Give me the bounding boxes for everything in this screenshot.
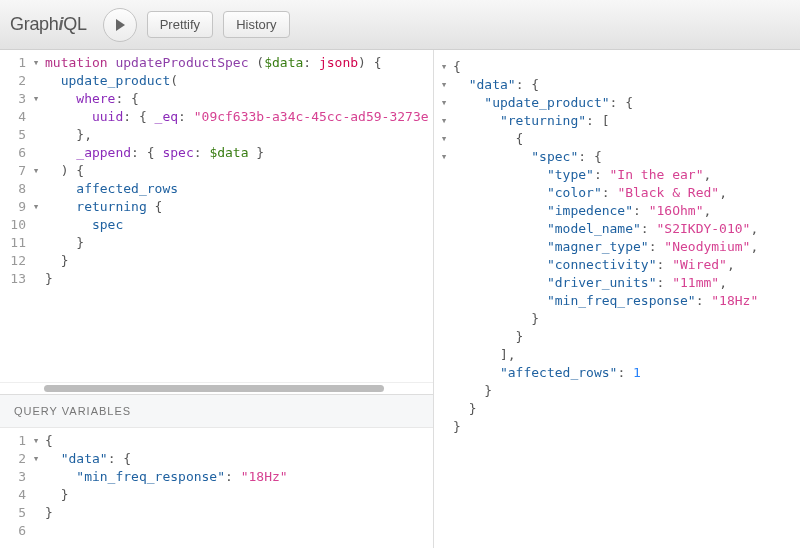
result-line: ▾ "data": { [438,76,800,94]
line-number: 12 [0,252,30,270]
code-line: 2 update_product( [0,72,433,90]
code-text: }, [42,126,433,144]
prettify-button[interactable]: Prettify [147,11,213,38]
line-number: 8 [0,180,30,198]
fold-caret-icon [438,328,450,346]
result-line: "affected_rows": 1 [438,364,800,382]
code-line: 3▾ where: { [0,90,433,108]
fold-caret-icon[interactable]: ▾ [438,94,450,112]
result-line: "min_freq_response": "18Hz" [438,292,800,310]
result-line: ▾{ [438,58,800,76]
result-line: } [438,310,800,328]
code-line: 7▾ ) { [0,162,433,180]
history-button[interactable]: History [223,11,289,38]
result-text: "spec": { [450,148,602,166]
line-number: 3 [0,90,30,108]
line-number: 1 [0,432,30,450]
code-line: 1▾mutation updateProductSpec ($data: jso… [0,54,433,72]
variables-header[interactable]: Query Variables [0,395,433,428]
fold-caret-icon[interactable]: ▾ [438,76,450,94]
query-editor[interactable]: 1▾mutation updateProductSpec ($data: jso… [0,50,433,382]
result-line: "driver_units": "11mm", [438,274,800,292]
code-line: 6 [0,522,433,540]
fold-caret-icon [438,220,450,238]
code-line: 2▾ "data": { [0,450,433,468]
code-text: spec [42,216,433,234]
result-panel: ▾{▾ "data": {▾ "update_product": {▾ "ret… [434,50,800,548]
line-number: 13 [0,270,30,288]
main-area: 1▾mutation updateProductSpec ($data: jso… [0,50,800,548]
fold-caret-icon[interactable]: ▾ [30,198,42,216]
result-text: "data": { [450,76,539,94]
code-text: affected_rows [42,180,433,198]
fold-caret-icon[interactable]: ▾ [30,90,42,108]
variables-editor[interactable]: 1▾{2▾ "data": {3 "min_freq_response": "1… [0,428,433,548]
result-text: "affected_rows": 1 [450,364,641,382]
code-line: 11 } [0,234,433,252]
code-text: } [42,252,433,270]
code-text: "data": { [42,450,433,468]
code-text: mutation updateProductSpec ($data: jsonb… [42,54,433,72]
result-line: } [438,382,800,400]
fold-caret-icon [438,184,450,202]
fold-caret-icon [438,238,450,256]
code-text: returning { [42,198,433,216]
code-text: { [42,432,433,450]
fold-caret-icon [438,364,450,382]
result-text: "returning": [ [450,112,610,130]
fold-caret-icon[interactable]: ▾ [30,432,42,450]
fold-caret-icon[interactable]: ▾ [438,130,450,148]
code-line: 9▾ returning { [0,198,433,216]
fold-caret-icon [438,274,450,292]
fold-caret-icon[interactable]: ▾ [30,450,42,468]
result-text: } [450,328,523,346]
result-text: "model_name": "S2IKDY-010", [450,220,758,238]
fold-caret-icon[interactable]: ▾ [438,112,450,130]
line-number: 10 [0,216,30,234]
code-text: uuid: { _eq: "09cf633b-a34c-45cc-ad59-32… [42,108,433,126]
fold-caret-icon[interactable]: ▾ [438,148,450,166]
code-line: 6 _append: { spec: $data } [0,144,433,162]
run-query-button[interactable] [103,8,137,42]
result-line: "magner_type": "Neodymium", [438,238,800,256]
line-number: 5 [0,126,30,144]
query-editor-hscroll[interactable] [0,382,433,394]
code-text: where: { [42,90,433,108]
scroll-thumb[interactable] [44,385,384,392]
code-line: 5} [0,504,433,522]
result-text: } [450,400,476,418]
line-number: 5 [0,504,30,522]
line-number: 11 [0,234,30,252]
line-number: 2 [0,450,30,468]
code-text: ) { [42,162,433,180]
fold-caret-icon [438,346,450,364]
line-number: 6 [0,522,30,540]
result-text: } [450,310,539,328]
result-text: "driver_units": "11mm", [450,274,727,292]
line-number: 6 [0,144,30,162]
fold-caret-icon [438,310,450,328]
result-line: "model_name": "S2IKDY-010", [438,220,800,238]
code-line: 1▾{ [0,432,433,450]
result-line: ▾ "update_product": { [438,94,800,112]
toolbar: GraphiQL Prettify History [0,0,800,50]
result-text: { [450,130,523,148]
left-pane: 1▾mutation updateProductSpec ($data: jso… [0,50,434,548]
code-line: 12 } [0,252,433,270]
result-line: ▾ { [438,130,800,148]
result-line: } [438,418,800,436]
fold-caret-icon [438,418,450,436]
fold-caret-icon[interactable]: ▾ [30,162,42,180]
result-line: } [438,328,800,346]
code-text: } [42,486,433,504]
result-text: "impedence": "16Ohm", [450,202,711,220]
code-text: } [42,270,433,288]
result-line: ], [438,346,800,364]
fold-caret-icon[interactable]: ▾ [30,54,42,72]
result-text: "update_product": { [450,94,633,112]
code-text: } [42,234,433,252]
result-line: "connectivity": "Wired", [438,256,800,274]
fold-caret-icon[interactable]: ▾ [438,58,450,76]
fold-caret-icon [438,202,450,220]
code-text: _append: { spec: $data } [42,144,433,162]
